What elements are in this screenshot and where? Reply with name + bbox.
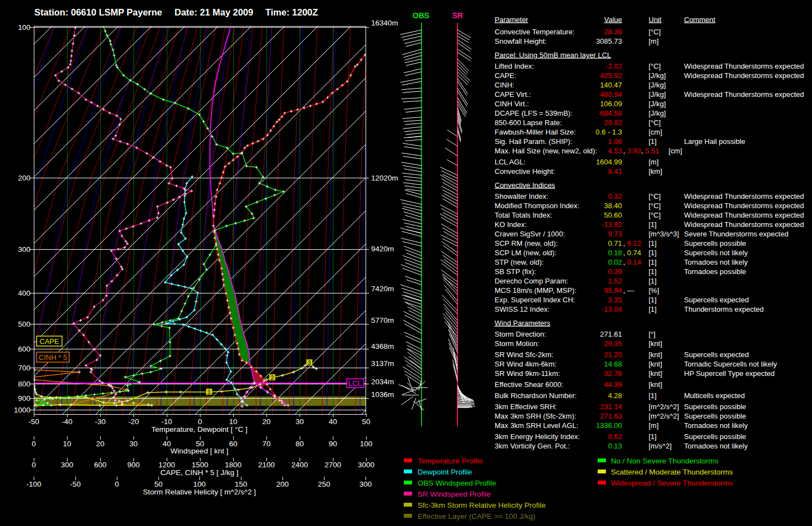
svg-text:400: 400 (18, 289, 30, 297)
svg-text:Wind Parameters: Wind Parameters (495, 319, 551, 327)
svg-text:No / Non Severe Thunderstorms: No / Non Severe Thunderstorms (611, 457, 718, 465)
svg-text:20: 20 (96, 440, 104, 448)
svg-text:1000: 1000 (14, 406, 30, 414)
svg-text:Bulk Richardson Number:: Bulk Richardson Number: (495, 391, 577, 400)
svg-text:8.41: 8.41 (608, 167, 622, 176)
svg-text:SR Windspeed Profile: SR Windspeed Profile (418, 490, 491, 498)
svg-text:9420m: 9420m (371, 245, 394, 253)
svg-text:0.62: 0.62 (608, 432, 622, 441)
svg-text:Parameter: Parameter (495, 16, 528, 24)
svg-text:2: 2 (271, 375, 274, 381)
svg-text:40: 40 (328, 417, 337, 426)
svg-text:231.14: 231.14 (600, 403, 622, 411)
svg-text:1: 1 (208, 389, 211, 395)
svg-text:10: 10 (63, 440, 71, 448)
svg-text:30: 30 (295, 417, 304, 426)
svg-text:9.73: 9.73 (608, 230, 622, 238)
svg-text:[1]: [1] (649, 305, 656, 313)
svg-text:[m/s^2]: [m/s^2] (649, 442, 672, 450)
svg-text:Unit: Unit (649, 16, 662, 24)
svg-text:[J/kg]: [J/kg] (649, 81, 666, 89)
svg-text:Snowfall Height:: Snowfall Height: (495, 37, 547, 45)
svg-text:900: 900 (18, 394, 30, 403)
svg-text:[°C]: [°C] (649, 192, 661, 200)
svg-text:LCL: LCL (348, 379, 362, 388)
svg-text:Multicells expected: Multicells expected (684, 391, 745, 400)
svg-text:30: 30 (129, 440, 137, 448)
svg-text:50: 50 (154, 480, 162, 488)
svg-text:Storm Motion:: Storm Motion: (495, 339, 539, 348)
svg-text:0.02: 0.02 (608, 258, 622, 266)
svg-text:Date: 21 May 2009: Date: 21 May 2009 (174, 7, 253, 17)
svg-text:[knt]: [knt] (649, 380, 662, 389)
svg-text:LCL AGL:: LCL AGL: (495, 158, 526, 166)
svg-text:-10: -10 (161, 417, 172, 426)
svg-text:250: 250 (318, 480, 331, 488)
svg-text:300: 300 (359, 480, 372, 488)
svg-text:38.40: 38.40 (604, 202, 622, 210)
svg-text:Lifted Index:: Lifted Index: (495, 62, 534, 70)
svg-text:[1]: [1] (649, 137, 656, 146)
svg-text:106.09: 106.09 (600, 100, 622, 108)
svg-text:SWISS 12 Index:: SWISS 12 Index: (495, 305, 549, 313)
svg-text:300: 300 (61, 461, 74, 469)
svg-text:KO Index:: KO Index: (495, 220, 527, 229)
svg-text:Widespread Thunderstorms expec: Widespread Thunderstorms expected (684, 220, 804, 229)
svg-text:[1]: [1] (649, 391, 656, 400)
svg-text:Total Totals Index:: Total Totals Index: (495, 211, 552, 219)
svg-text:Widespread / Severe Thundersto: Widespread / Severe Thunderstorms (611, 479, 733, 487)
svg-text:[m]: [m] (649, 37, 659, 45)
svg-text:CINH:: CINH: (495, 81, 514, 89)
svg-text:-13.92: -13.92 (602, 220, 622, 229)
svg-text:Supercells expected: Supercells expected (684, 296, 749, 304)
svg-text:44.39: 44.39 (604, 380, 622, 389)
svg-text:50.60: 50.60 (604, 211, 622, 219)
svg-text:[1]: [1] (649, 239, 656, 247)
svg-text:CINH Virt.:: CINH Virt.: (495, 100, 529, 108)
svg-text:[°C]: [°C] (649, 202, 661, 210)
svg-text:Storm Direction:: Storm Direction: (495, 330, 546, 338)
svg-text:1500: 1500 (192, 461, 208, 469)
svg-text:-40: -40 (61, 417, 73, 426)
svg-text:600: 600 (94, 461, 107, 469)
svg-text:Widespread Thunderstorms expec: Widespread Thunderstorms expected (684, 62, 804, 70)
svg-text:SB STP (fix):: SB STP (fix): (495, 267, 536, 276)
svg-text:200: 200 (276, 480, 289, 488)
svg-text:[m^3/s^3]: [m^3/s^3] (649, 230, 679, 238)
svg-text:1800: 1800 (225, 461, 241, 469)
svg-text:3.35: 3.35 (608, 296, 622, 304)
svg-text:Large Hail possible: Large Hail possible (684, 137, 746, 146)
svg-text:[knt]: [knt] (649, 369, 662, 378)
svg-text:Thunderstorms expected: Thunderstorms expected (684, 305, 764, 313)
svg-text:[°C]: [°C] (649, 211, 661, 219)
svg-text:Supercells not likely: Supercells not likely (684, 249, 748, 257)
svg-text:3000: 3000 (358, 461, 374, 469)
svg-text:[km]: [km] (649, 167, 662, 176)
svg-text:[1]: [1] (649, 258, 656, 266)
svg-text:3085.73: 3085.73 (596, 37, 622, 45)
svg-text:Severe Thunderstorms expected: Severe Thunderstorms expected (684, 230, 788, 238)
svg-text:[%]: [%] (649, 286, 659, 295)
svg-text:Sig. Hail Param. (SHIP):: Sig. Hail Param. (SHIP): (495, 137, 572, 146)
svg-text:Effective Shear 6000:: Effective Shear 6000: (495, 380, 563, 389)
svg-text:Parcel: Using 50mB mean layer: Parcel: Using 50mB mean layer LCL (495, 51, 611, 59)
svg-text:Max 3km SRH (Sfc-2km):: Max 3km SRH (Sfc-2km): (495, 412, 576, 420)
svg-text:2400: 2400 (291, 461, 308, 469)
svg-text:CAPE:: CAPE: (495, 71, 516, 80)
svg-text:, 6.12: , 6.12 (623, 239, 641, 247)
svg-text:900: 900 (127, 461, 140, 469)
svg-text:5770m: 5770m (371, 316, 394, 324)
svg-text:150: 150 (235, 480, 248, 488)
svg-text:Tornadoes not likely: Tornadoes not likely (684, 442, 748, 450)
svg-text:100: 100 (193, 480, 206, 488)
svg-text:600: 600 (18, 345, 30, 353)
svg-text:Widespread Thunderstorms expec: Widespread Thunderstorms expected (684, 192, 804, 200)
svg-text:SCP RM (new, old):: SCP RM (new, old): (495, 239, 558, 247)
svg-text:CAPE Virt.:: CAPE Virt.: (495, 90, 531, 99)
svg-text:4.53: 4.53 (608, 147, 622, 155)
svg-text:70: 70 (262, 440, 270, 448)
svg-text:[m^2/s^2]: [m^2/s^2] (649, 403, 679, 411)
svg-text:3km Vorticity Gen. Pot.:: 3km Vorticity Gen. Pot.: (495, 442, 570, 450)
svg-text:95.94: 95.94 (604, 286, 622, 295)
svg-text:Supercells possible: Supercells possible (684, 432, 746, 441)
